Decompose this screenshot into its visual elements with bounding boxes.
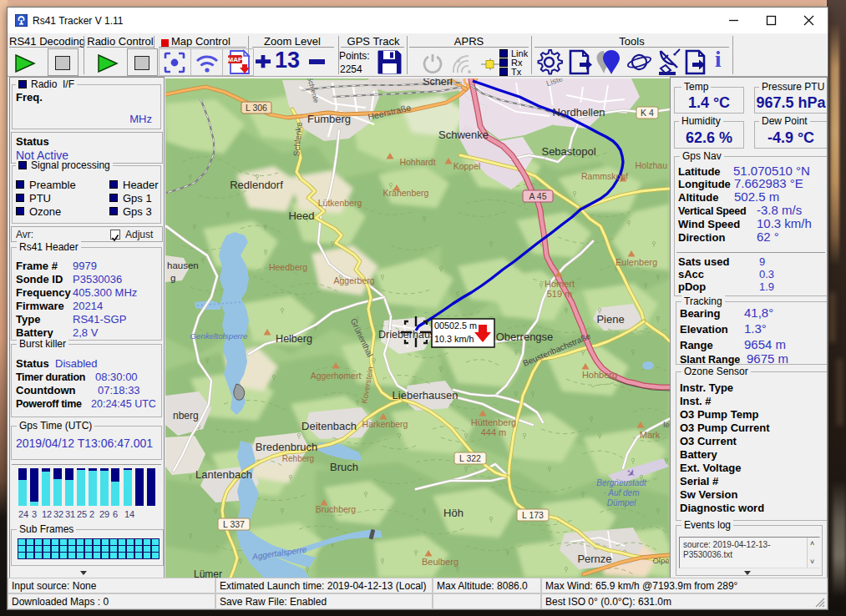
svg-text:Bruch: Bruch <box>330 461 358 473</box>
svg-text:hausen: hausen <box>167 260 199 270</box>
svg-text:K 4: K 4 <box>641 108 654 118</box>
svg-text:Eulenberg: Eulenberg <box>616 257 657 267</box>
svg-text:Hüttenberg: Hüttenberg <box>471 417 516 427</box>
svg-text:Rammskopf: Rammskopf <box>581 171 628 181</box>
svg-text:Deitenbach: Deitenbach <box>301 420 357 432</box>
svg-text:Lieberhausen: Lieberhausen <box>393 389 458 401</box>
svg-text:· Auf dem: · Auf dem <box>604 488 640 497</box>
svg-text:Pernze: Pernze <box>577 553 611 565</box>
svg-text:Aggerberg: Aggerberg <box>333 275 374 285</box>
svg-text:519 m: 519 m <box>547 289 573 299</box>
svg-text:Krähenberg: Krähenberg <box>383 188 429 198</box>
svg-text:Hohhardt: Hohhardt <box>399 157 435 167</box>
svg-text:Genkeltolsperre: Genkeltolsperre <box>190 331 248 341</box>
svg-text:nberg: nberg <box>173 410 199 422</box>
svg-text:L 322: L 322 <box>459 453 481 463</box>
svg-text:Beulberg: Beulberg <box>422 557 458 567</box>
svg-text:Harkenberg: Harkenberg <box>362 419 408 429</box>
svg-text:L 306: L 306 <box>246 103 267 113</box>
svg-text:Bergneustadt: Bergneustadt <box>596 478 647 487</box>
svg-text:Nordhellen: Nordhellen <box>553 106 605 119</box>
svg-text:10.3 km/h: 10.3 km/h <box>434 334 474 344</box>
svg-text:444 m: 444 m <box>481 427 507 437</box>
svg-text:Homert: Homert <box>545 279 575 289</box>
svg-text:00502.5 m: 00502.5 m <box>434 321 477 331</box>
svg-text:Bruchberg: Bruchberg <box>316 504 357 514</box>
svg-text:Fumberg: Fumberg <box>307 113 351 125</box>
svg-text:Höh: Höh <box>443 507 464 519</box>
svg-text:Piene: Piene <box>596 313 624 326</box>
svg-text:Hohberg: Hohberg <box>582 370 617 380</box>
svg-text:Oberrengse: Oberrengse <box>496 331 554 343</box>
svg-text:Lütkenberg: Lütkenberg <box>318 198 362 208</box>
svg-text:Aggerhomert: Aggerhomert <box>311 371 362 381</box>
svg-text:Mark: Mark <box>640 430 661 440</box>
svg-text:Bredenbruch: Bredenbruch <box>256 441 317 453</box>
svg-text:Koppel: Koppel <box>453 161 481 171</box>
svg-text:Redlendorf: Redlendorf <box>230 179 283 191</box>
svg-text:Dümpel: Dümpel <box>607 498 636 507</box>
svg-text:Scherl: Scherl <box>423 78 452 88</box>
svg-text:MAP: MAP <box>228 56 243 63</box>
svg-text:Sebastopol: Sebastopol <box>541 145 595 158</box>
svg-text:Lantenbach: Lantenbach <box>195 468 252 481</box>
svg-text:Schwenke: Schwenke <box>438 129 489 141</box>
svg-text:le: le <box>663 420 669 429</box>
svg-text:Lümer: Lümer <box>194 568 222 578</box>
svg-text:A 45: A 45 <box>529 191 546 201</box>
svg-text:Rehberg: Rehberg <box>282 454 314 463</box>
svg-text:L 173: L 173 <box>522 510 544 520</box>
svg-text:Holzhau: Holzhau <box>635 160 667 170</box>
svg-text:Helberg: Helberg <box>276 333 312 345</box>
svg-text:Heedberg: Heedberg <box>269 262 307 272</box>
svg-text:g: g <box>170 273 175 283</box>
svg-text:Heed: Heed <box>288 210 314 222</box>
svg-text:L 337: L 337 <box>223 519 245 529</box>
svg-text:Olper: Olper <box>652 556 670 565</box>
